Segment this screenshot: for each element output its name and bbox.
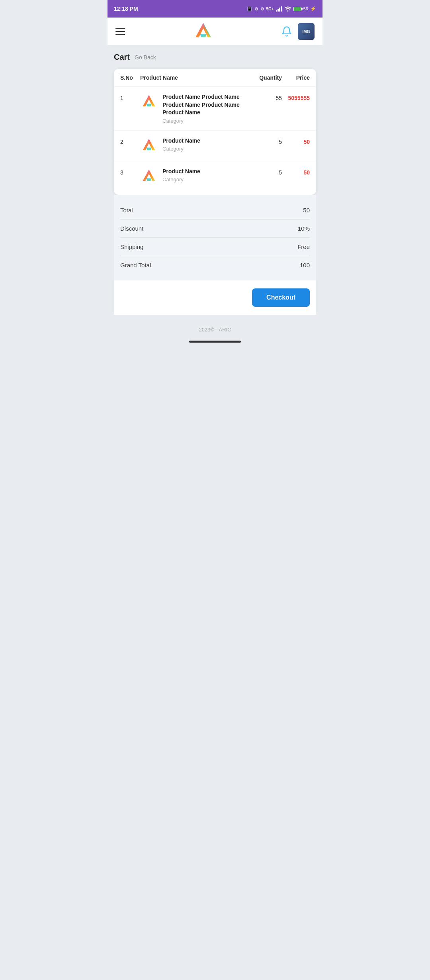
app-header: IMG (108, 18, 322, 45)
svg-rect-1 (278, 9, 279, 12)
row-2-number: 2 (120, 137, 140, 145)
user-avatar[interactable]: IMG (298, 23, 315, 40)
row-2-quantity: 5 (250, 137, 282, 145)
svg-rect-0 (276, 10, 277, 12)
summary-divider-3 (120, 256, 310, 256)
row-3-product-logo (140, 168, 158, 185)
row-3-product-category: Category (162, 176, 250, 182)
vibrate-icon: 📳 (247, 6, 252, 12)
row-3-product-info: Product Name Category (162, 168, 250, 183)
row-1-product-logo (140, 93, 158, 111)
row-3-quantity: 5 (250, 168, 282, 176)
row-3-price: 50 (282, 168, 310, 176)
checkout-area: Checkout (114, 280, 316, 315)
row-2-price: 50 (282, 137, 310, 145)
settings-icon: ⚙ (254, 6, 258, 12)
row-3-number: 3 (120, 168, 140, 176)
svg-rect-3 (281, 6, 282, 12)
row-2-product-info: Product Name Category (162, 137, 250, 152)
table-row: 3 (114, 161, 316, 195)
checkout-button[interactable]: Checkout (252, 288, 310, 307)
row-3-product-cell: Product Name Category (140, 168, 250, 185)
aric-logo-svg (192, 21, 214, 43)
shipping-label: Shipping (120, 243, 143, 250)
row-1-product-name: Product Name Product Name Product Name P… (162, 93, 250, 117)
table-header: S.No Product Name Quantity Price (114, 69, 316, 87)
breadcrumb: Cart Go Back (114, 53, 316, 62)
svg-rect-2 (279, 8, 280, 12)
row-2-product-name: Product Name (162, 137, 250, 145)
row-2-product-cell: Product Name Category (140, 137, 250, 155)
page-title: Cart (114, 53, 130, 62)
summary-divider-2 (120, 237, 310, 238)
summary-grand-total-row: Grand Total 100 (120, 258, 310, 272)
menu-button[interactable] (115, 28, 125, 35)
summary-total-row: Total 50 (120, 203, 310, 218)
wifi-icon (284, 6, 291, 12)
table-row: 2 (114, 131, 316, 161)
discount-label: Discount (120, 225, 143, 232)
row-1-product-cell: Product Name Product Name Product Name P… (140, 93, 250, 124)
shipping-value: Free (297, 243, 310, 250)
total-value: 50 (303, 207, 310, 214)
status-bar: 12:18 PM 📳 ⚙ ⚙ 5G+ 56 ⚡ (108, 0, 322, 18)
notification-bell-icon[interactable] (281, 26, 292, 37)
discount-value: 10% (298, 225, 310, 232)
total-label: Total (120, 207, 133, 214)
row-1-product-category: Category (162, 118, 250, 124)
row-2-product-category: Category (162, 146, 250, 152)
battery-level: 56 (303, 6, 308, 11)
status-time: 12:18 PM (114, 6, 138, 12)
summary-divider-1 (120, 219, 310, 220)
network-label: 5G+ (266, 7, 274, 11)
summary-shipping-row: Shipping Free (120, 239, 310, 254)
row-2-product-logo (140, 137, 158, 155)
summary-discount-row: Discount 10% (120, 221, 310, 236)
battery-icon (293, 7, 301, 11)
status-icons: 📳 ⚙ ⚙ 5G+ 56 ⚡ (247, 6, 316, 12)
footer-app-name: ARIC (219, 327, 231, 333)
col-quantity: Quantity (250, 74, 282, 81)
lightning-icon: ⚡ (310, 6, 316, 12)
home-indicator (189, 341, 241, 343)
gear-icon: ⚙ (260, 6, 264, 12)
col-sno: S.No (120, 74, 140, 81)
go-back-link[interactable]: Go Back (135, 54, 156, 61)
page-footer: 2023© ARIC (108, 315, 322, 351)
cart-card: S.No Product Name Quantity Price 1 (114, 69, 316, 195)
row-1-product-info: Product Name Product Name Product Name P… (162, 93, 250, 124)
col-product-name: Product Name (140, 74, 250, 81)
row-1-number: 1 (120, 93, 140, 101)
table-row: 1 (114, 87, 316, 131)
app-logo (192, 21, 214, 43)
footer-copyright: 2023© (199, 327, 214, 333)
header-right: IMG (281, 23, 315, 40)
summary-section: Total 50 Discount 10% Shipping Free Gran… (114, 195, 316, 280)
row-1-quantity: 55 (250, 93, 282, 101)
grand-total-value: 100 (300, 262, 310, 269)
grand-total-label: Grand Total (120, 262, 151, 269)
row-1-price: 5055555 (282, 93, 310, 101)
signal-icon (276, 6, 282, 12)
row-3-product-name: Product Name (162, 168, 250, 176)
page-content: Cart Go Back S.No Product Name Quantity … (108, 45, 322, 315)
col-price: Price (282, 74, 310, 81)
